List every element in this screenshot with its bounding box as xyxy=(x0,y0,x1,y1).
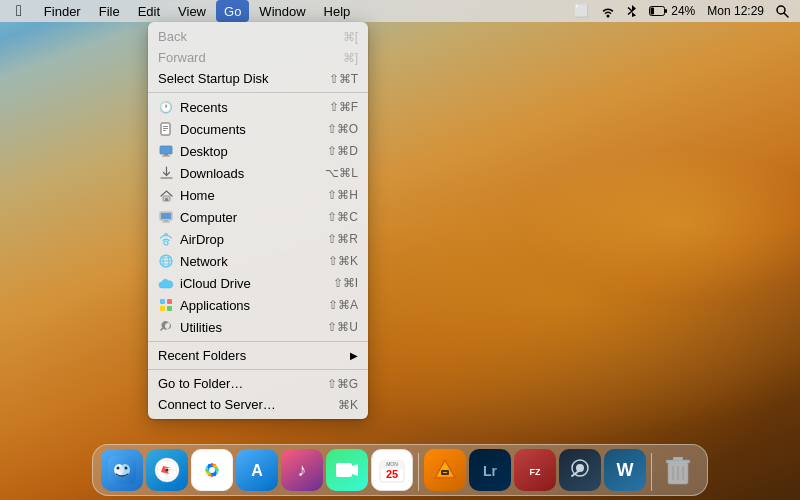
svg-point-42 xyxy=(166,469,169,472)
menu-item-downloads-shortcut: ⌥⌘L xyxy=(325,166,358,180)
menu-item-connect-server-shortcut: ⌘K xyxy=(338,398,358,412)
dock-facetime[interactable] xyxy=(326,449,368,491)
dock-lightroom[interactable]: Lr xyxy=(469,449,511,491)
menu-item-computer[interactable]: Computer ⇧⌘C xyxy=(148,206,368,228)
menu-item-network-shortcut: ⇧⌘K xyxy=(328,254,358,268)
menu-item-documents-shortcut: ⇧⌘O xyxy=(327,122,358,136)
go-menu-trigger[interactable]: Go xyxy=(216,0,249,22)
menu-item-utilities[interactable]: Utilities ⇧⌘U xyxy=(148,316,368,338)
menu-item-forward-label: Forward xyxy=(158,50,343,65)
menu-item-recents[interactable]: 🕐 Recents ⇧⌘F xyxy=(148,96,368,118)
menu-item-applications-label: Applications xyxy=(180,298,328,313)
battery-percent: 24% xyxy=(671,4,695,18)
menu-item-downloads[interactable]: Downloads ⌥⌘L xyxy=(148,162,368,184)
menu-item-startup-disk[interactable]: Select Startup Disk ⇧⌘T xyxy=(148,68,368,89)
menu-item-applications[interactable]: Applications ⇧⌘A xyxy=(148,294,368,316)
menu-item-startup-disk-label: Select Startup Disk xyxy=(158,71,329,86)
help-menu[interactable]: Help xyxy=(316,0,359,22)
menu-item-computer-label: Computer xyxy=(180,210,327,225)
menu-item-home[interactable]: Home ⇧⌘H xyxy=(148,184,368,206)
svg-rect-52 xyxy=(336,463,352,477)
svg-rect-27 xyxy=(167,299,172,304)
menu-item-connect-server[interactable]: Connect to Server… ⌘K xyxy=(148,394,368,415)
menu-item-downloads-label: Downloads xyxy=(180,166,325,181)
dock-separator xyxy=(418,453,419,491)
finder-menu[interactable]: Finder xyxy=(36,0,89,22)
apple-menu[interactable]:  xyxy=(8,0,30,22)
menu-separator-1 xyxy=(148,92,368,93)
search-button[interactable] xyxy=(773,5,792,18)
menu-item-desktop-shortcut: ⇧⌘D xyxy=(327,144,358,158)
menu-item-go-to-folder-shortcut: ⇧⌘G xyxy=(327,377,358,391)
menu-item-airdrop-label: AirDrop xyxy=(180,232,327,247)
dock-safari[interactable] xyxy=(146,449,188,491)
file-menu[interactable]: File xyxy=(91,0,128,22)
menu-item-utilities-label: Utilities xyxy=(180,320,327,335)
desktop:  Finder File Edit View Go Window Help ⬜… xyxy=(0,0,800,500)
menu-item-go-to-folder-label: Go to Folder… xyxy=(158,376,327,391)
menu-item-recent-folders[interactable]: Recent Folders ▶ xyxy=(148,345,368,366)
edit-menu[interactable]: Edit xyxy=(130,0,168,22)
menu-item-home-shortcut: ⇧⌘H xyxy=(327,188,358,202)
svg-point-19 xyxy=(164,241,168,245)
svg-rect-2 xyxy=(651,8,655,15)
menu-item-icloud-label: iCloud Drive xyxy=(180,276,333,291)
screen-icon: ⬜ xyxy=(571,4,592,18)
svg-rect-9 xyxy=(160,146,172,154)
recents-icon: 🕐 xyxy=(158,99,174,115)
svg-rect-14 xyxy=(165,198,168,201)
svg-rect-6 xyxy=(163,126,168,127)
svg-rect-71 xyxy=(673,457,683,460)
icloud-icon xyxy=(158,275,174,291)
svg-rect-1 xyxy=(665,9,667,13)
dock-photos[interactable] xyxy=(191,449,233,491)
svg-point-49 xyxy=(209,467,215,473)
menu-item-go-to-folder[interactable]: Go to Folder… ⇧⌘G xyxy=(148,373,368,394)
svg-point-33 xyxy=(117,467,120,470)
svg-rect-10 xyxy=(164,154,168,156)
dock-steam[interactable] xyxy=(559,449,601,491)
menu-item-forward[interactable]: Forward ⌘] xyxy=(148,47,368,68)
svg-rect-28 xyxy=(160,306,165,311)
applications-icon xyxy=(158,297,174,313)
svg-rect-16 xyxy=(164,220,168,222)
menu-item-forward-shortcut: ⌘] xyxy=(343,51,358,65)
dock-finder[interactable] xyxy=(101,449,143,491)
menu-item-airdrop[interactable]: AirDrop ⇧⌘R xyxy=(148,228,368,250)
window-menu[interactable]: Window xyxy=(251,0,313,22)
svg-text:♪: ♪ xyxy=(298,460,307,480)
menu-separator-3 xyxy=(148,369,368,370)
dock-vlc[interactable] xyxy=(424,449,466,491)
svg-text:A: A xyxy=(251,462,263,479)
svg-rect-26 xyxy=(160,299,165,304)
go-menu-dropdown: Back ⌘[ Forward ⌘] Select Startup Disk ⇧… xyxy=(148,22,368,419)
recent-folders-arrow: ▶ xyxy=(350,350,358,361)
menu-item-recents-label: Recents xyxy=(180,100,329,115)
dock-appstore[interactable]: A xyxy=(236,449,278,491)
menu-item-back-label: Back xyxy=(158,29,343,44)
menu-item-icloud-shortcut: ⇧⌘I xyxy=(333,276,358,290)
menu-item-back[interactable]: Back ⌘[ xyxy=(148,26,368,47)
dock-calendar[interactable]: 25MON xyxy=(371,449,413,491)
airdrop-icon xyxy=(158,231,174,247)
menu-item-back-shortcut: ⌘[ xyxy=(343,30,358,44)
dock-word[interactable]: W xyxy=(604,449,646,491)
svg-rect-29 xyxy=(167,306,172,311)
documents-icon xyxy=(158,121,174,137)
network-icon xyxy=(158,253,174,269)
menu-item-icloud[interactable]: iCloud Drive ⇧⌘I xyxy=(148,272,368,294)
clock: Mon 12:29 xyxy=(704,4,767,18)
wifi-icon[interactable] xyxy=(598,4,618,18)
menu-item-documents[interactable]: Documents ⇧⌘O xyxy=(148,118,368,140)
bluetooth-icon[interactable] xyxy=(624,4,640,18)
view-menu[interactable]: View xyxy=(170,0,214,22)
computer-icon xyxy=(158,209,174,225)
dock-itunes[interactable]: ♪ xyxy=(281,449,323,491)
menu-item-desktop[interactable]: Desktop ⇧⌘D xyxy=(148,140,368,162)
menu-item-computer-shortcut: ⇧⌘C xyxy=(327,210,358,224)
menu-item-recent-folders-label: Recent Folders xyxy=(158,348,346,363)
dock-trash[interactable] xyxy=(657,449,699,491)
dock-filezilla[interactable]: FZ xyxy=(514,449,556,491)
svg-rect-18 xyxy=(161,213,171,219)
menu-item-network[interactable]: Network ⇧⌘K xyxy=(148,250,368,272)
